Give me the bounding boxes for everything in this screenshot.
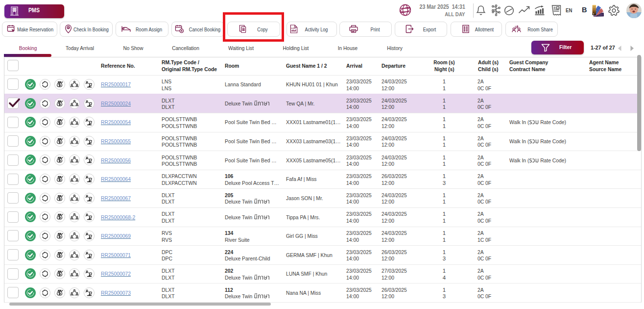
svg-text:LOG: LOG bbox=[291, 27, 296, 29]
